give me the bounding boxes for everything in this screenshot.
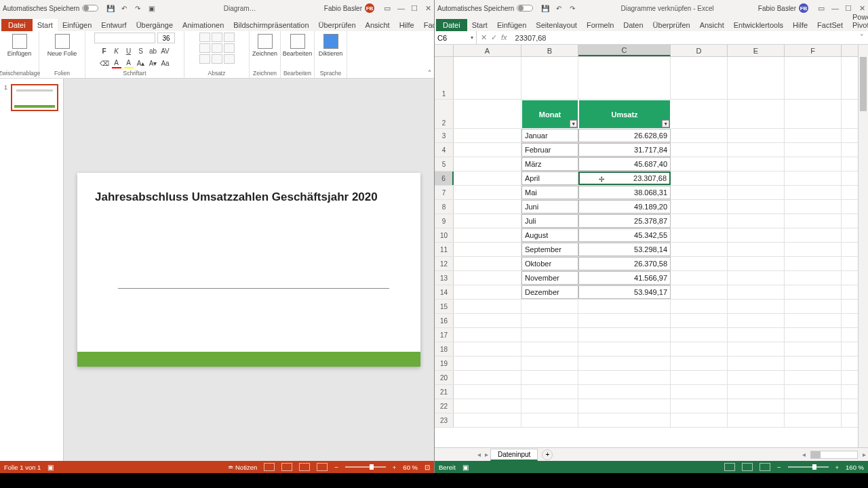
save-icon[interactable]: 💾	[106, 4, 115, 12]
zoom-out-button[interactable]: −	[334, 464, 338, 471]
zoom-level-xl[interactable]: 160 %	[846, 464, 864, 471]
normal-view-icon[interactable]	[264, 463, 275, 471]
horizontal-scrollbar[interactable]	[810, 451, 858, 459]
fit-to-window-icon[interactable]: ⊡	[425, 464, 430, 471]
autosave-toggle[interactable]: Automatisches Speichern	[3, 5, 98, 12]
cell-monat[interactable]: März	[521, 157, 578, 171]
align-right-button[interactable]	[224, 43, 235, 53]
zoom-in-button[interactable]: +	[393, 464, 397, 471]
add-sheet-button[interactable]: +	[542, 449, 553, 460]
tab-entwurf[interactable]: Entwurf	[96, 19, 131, 31]
font-family-input[interactable]	[94, 33, 155, 43]
columns-button[interactable]	[199, 54, 210, 64]
fx-icon[interactable]: fx	[501, 33, 507, 42]
case-button[interactable]: Aa	[161, 59, 170, 68]
tab-animationen[interactable]: Animationen	[178, 19, 229, 31]
vertical-scrollbar[interactable]	[858, 45, 868, 447]
table-row[interactable]: 6April✢23.307,68	[435, 171, 858, 186]
next-sheet-icon[interactable]: ▸	[483, 451, 490, 458]
tab-entwicklertools[interactable]: Entwicklertools	[729, 19, 788, 31]
align-center-button[interactable]	[212, 43, 222, 53]
cell-monat[interactable]: Januar	[521, 129, 578, 142]
tab-factset-xl[interactable]: FactSet	[812, 19, 848, 31]
indent-button[interactable]	[224, 33, 235, 42]
tab-file-xl[interactable]: Datei	[436, 19, 467, 31]
tab-powerpivot[interactable]: Power Pivot	[848, 11, 868, 31]
table-row[interactable]: 14Dezember53.949,17	[435, 285, 858, 300]
table-row[interactable]: 12Oktober26.370,58	[435, 257, 858, 271]
spreadsheet-grid[interactable]: A B C D E F 12Monat▾Umsatz▾3Januar26.628…	[435, 45, 858, 447]
zoom-slider-xl[interactable]	[788, 466, 829, 468]
table-row[interactable]: 13November41.566,97	[435, 271, 858, 285]
slideshow-view-icon[interactable]	[317, 463, 328, 471]
highlight-button[interactable]: A	[124, 59, 134, 68]
font-color-button[interactable]: A	[112, 59, 121, 68]
confirm-formula-icon[interactable]: ✓	[491, 33, 497, 42]
col-header-B[interactable]: B	[521, 45, 578, 56]
align-left-button[interactable]	[199, 43, 210, 53]
clear-format-button[interactable]: ⌫	[100, 59, 109, 68]
cell-monat[interactable]: Juli	[521, 214, 578, 228]
expand-formula-icon[interactable]: ˅	[856, 33, 868, 42]
table-row[interactable]: 9Juli25.378,87	[435, 214, 858, 228]
new-slide-button[interactable]: Neue Folie	[46, 33, 79, 58]
undo-icon[interactable]: ↶	[120, 4, 128, 12]
spellcheck-icon[interactable]: ▣	[47, 464, 54, 471]
slide-editor-area[interactable]: Jahresabschluss Umsatzzahlen Geschäftsja…	[64, 79, 434, 461]
tab-formeln[interactable]: Formeln	[582, 19, 618, 31]
cell-umsatz[interactable]: 45.342,55	[578, 228, 671, 242]
tab-daten[interactable]: Daten	[618, 19, 648, 31]
page-layout-view-icon[interactable]	[742, 463, 753, 471]
cell-umsatz[interactable]: 25.378,87	[578, 214, 671, 228]
macro-icon[interactable]: ▣	[462, 464, 469, 471]
maximize-icon[interactable]: ☐	[411, 4, 418, 13]
hscroll-right-icon[interactable]: ▸	[861, 451, 868, 458]
redo-icon[interactable]: ↷	[568, 4, 576, 12]
hscroll-left-icon[interactable]: ◂	[800, 451, 808, 458]
cell-monat[interactable]: Juni	[521, 200, 578, 214]
slideshow-icon[interactable]: ▣	[147, 4, 155, 12]
col-header-C[interactable]: C	[578, 45, 671, 56]
bold-button[interactable]: F	[100, 46, 109, 56]
user-account-xl[interactable]: Fabio Basler FB	[758, 3, 808, 13]
cell-umsatz[interactable]: 49.189,20	[578, 200, 671, 214]
font-size-input[interactable]	[157, 33, 175, 43]
cell-monat[interactable]: Mai	[521, 186, 578, 199]
toggle-icon[interactable]	[82, 5, 98, 12]
notes-button[interactable]: ≐ Notizen	[228, 464, 257, 471]
increase-font-button[interactable]: A▴	[136, 59, 146, 68]
tab-hilfe[interactable]: Hilfe	[395, 19, 419, 31]
tab-start-xl[interactable]: Start	[467, 19, 492, 31]
redo-icon[interactable]: ↷	[134, 4, 142, 12]
zoom-in-button-xl[interactable]: +	[835, 464, 840, 471]
bearbeiten-button[interactable]: Bearbeiten	[281, 33, 314, 58]
filter-dropdown-icon[interactable]: ▾	[662, 120, 669, 127]
normal-view-icon-xl[interactable]	[724, 463, 735, 471]
select-all-corner[interactable]	[435, 45, 454, 56]
cell-umsatz[interactable]: 53.298,14	[578, 243, 671, 256]
table-header-umsatz[interactable]: Umsatz▾	[578, 100, 671, 129]
table-row[interactable]: 11September53.298,14	[435, 243, 858, 257]
diktieren-button[interactable]: Diktieren	[317, 33, 344, 58]
prev-sheet-icon[interactable]: ◂	[475, 451, 483, 458]
cell-umsatz[interactable]: 26.370,58	[578, 257, 671, 270]
zoom-level[interactable]: 60 %	[403, 464, 418, 471]
cell-monat[interactable]: Oktober	[521, 257, 578, 270]
spacing-button[interactable]: AV	[161, 46, 170, 56]
reading-view-icon[interactable]	[299, 463, 310, 471]
table-row[interactable]: 3Januar26.628,69	[435, 129, 858, 143]
tab-hilfe-xl[interactable]: Hilfe	[788, 19, 812, 31]
col-header-E[interactable]: E	[728, 45, 785, 56]
tab-uebergaenge[interactable]: Übergänge	[132, 19, 178, 31]
collapse-ribbon-icon[interactable]: ˄	[428, 69, 431, 77]
decrease-font-button[interactable]: A▾	[149, 59, 158, 68]
cell-umsatz[interactable]: 26.628,69	[578, 129, 671, 142]
col-header-A[interactable]: A	[454, 45, 521, 56]
slide-canvas[interactable]: Jahresabschluss Umsatzzahlen Geschäftsja…	[77, 173, 420, 367]
cell-umsatz[interactable]: 41.566,97	[578, 271, 671, 285]
tab-ansicht[interactable]: Ansicht	[361, 19, 395, 31]
tab-bildschirmpraesentation[interactable]: Bildschirmpräsentation	[229, 19, 313, 31]
zoom-slider[interactable]	[345, 466, 386, 468]
tab-ueberpruefen[interactable]: Überprüfen	[314, 19, 361, 31]
chevron-down-icon[interactable]: ▾	[471, 35, 473, 41]
